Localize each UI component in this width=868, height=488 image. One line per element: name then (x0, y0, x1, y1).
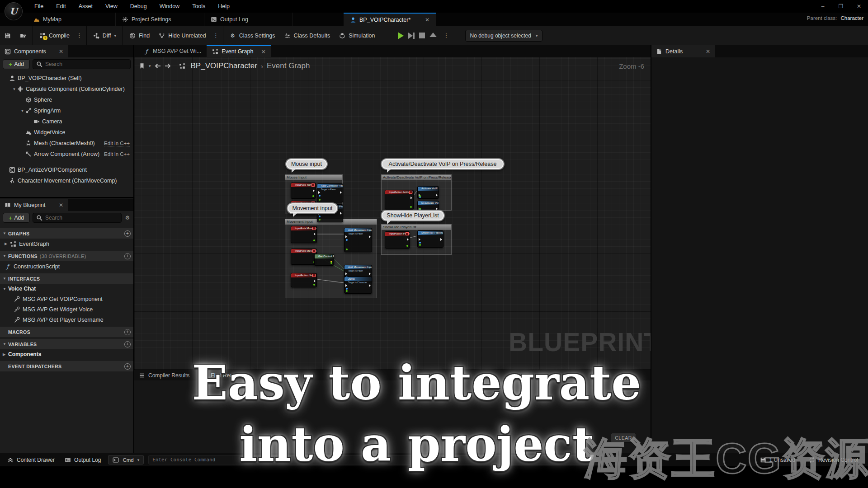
blueprint-item-msg-avp-get-player-username[interactable]: MSG AVP Get Player Username (0, 314, 133, 325)
subsection-voice-chat[interactable]: ▼Voice Chat (0, 284, 133, 294)
asset-tab-output-log[interactable]: Output Log (204, 13, 293, 26)
menu-asset[interactable]: Asset (72, 0, 99, 13)
exec-pin[interactable] (340, 212, 342, 215)
data-pin[interactable] (319, 216, 321, 217)
expander-icon[interactable]: ▼ (3, 277, 8, 281)
component-row-widgetvoice[interactable]: WidgetVoice (0, 127, 133, 138)
data-pin[interactable] (330, 262, 332, 264)
exec-pin[interactable] (369, 272, 371, 275)
blueprint-item-constructionscript[interactable]: ƒConstructionScript (0, 261, 133, 272)
edit-in-cpp-link[interactable]: Edit in C++ (104, 141, 130, 146)
node-inputaxis-turn[interactable]: InputAxis Turn (291, 183, 316, 199)
component-row-camera[interactable]: Camera (0, 116, 133, 127)
node-showhide-playerlist[interactable]: ShowHide PlayerList (417, 230, 443, 248)
blueprint-item-msg-avp-get-voipcomponent[interactable]: MSG AVP Get VOIPComponent (0, 294, 133, 304)
console-command-input[interactable] (148, 455, 618, 465)
component-row-sphere[interactable]: Sphere (0, 94, 133, 105)
menu-help[interactable]: Help (212, 0, 236, 13)
expander-icon[interactable]: ▼ (3, 254, 8, 258)
stop-icon[interactable] (419, 33, 425, 38)
blueprint-item-eventgraph[interactable]: ▶EventGraph (0, 239, 133, 249)
eject-icon[interactable] (429, 33, 437, 37)
unsaved-indicator[interactable]: 1 Unsaved (757, 453, 798, 467)
bottom-tab-find-results[interactable]: Find Results (201, 372, 241, 379)
menu-tools[interactable]: Tools (186, 0, 212, 13)
component-row-bp-antizevoipcomponent[interactable]: BP_AntizeVOIPComponent (0, 164, 133, 175)
expander-icon[interactable]: ▼ (3, 342, 8, 346)
expander-icon[interactable]: ▶ (3, 352, 8, 357)
close-icon[interactable]: ✕ (425, 17, 429, 23)
exec-pin[interactable] (314, 280, 316, 282)
data-pin[interactable] (419, 242, 421, 244)
restore-icon[interactable]: ❐ (832, 0, 850, 13)
data-pin[interactable] (313, 239, 315, 241)
menu-debug[interactable]: Debug (124, 0, 153, 13)
minimize-icon[interactable]: – (814, 0, 832, 13)
exec-pin[interactable] (407, 238, 409, 241)
compile-options-icon[interactable]: ⋮ (74, 32, 85, 39)
data-pin[interactable] (319, 195, 321, 197)
edit-in-cpp-link[interactable]: Edit in C++ (104, 151, 130, 157)
parent-class-link[interactable]: Character (841, 15, 864, 21)
data-pin[interactable] (346, 290, 348, 292)
add-blueprint-item-button[interactable]: + Add (3, 213, 30, 223)
node-inputaxis-moveforward[interactable]: InputAxis MoveForward (291, 226, 317, 243)
component-row-arrow-component-arrow[interactable]: Arrow Component (Arrow)Edit in C++ (0, 149, 133, 160)
comment-bubble-activate-deactivate-voip-on-press-release[interactable]: Activate/Deactivate VoIP on Press/Releas… (381, 158, 505, 170)
graph-tab-msg-avp-get-wi[interactable]: ƒMSG AVP Get Wi... (138, 45, 207, 57)
exec-pin[interactable] (440, 238, 442, 241)
node-inputaction-activatevoip[interactable]: InputAction ActivateVoIP (385, 190, 414, 210)
add-icon[interactable]: + (124, 253, 131, 259)
hide-unrelated-options-icon[interactable]: ⋮ (211, 32, 221, 39)
data-pin[interactable] (406, 245, 408, 247)
exec-pin[interactable] (369, 284, 371, 287)
exec-pin[interactable] (314, 233, 316, 235)
menu-edit[interactable]: Edit (50, 0, 72, 13)
expander-icon[interactable]: ▼ (3, 287, 8, 291)
bookmark-icon[interactable] (139, 63, 145, 69)
menu-file[interactable]: File (28, 0, 50, 13)
close-icon[interactable]: ✕ (261, 48, 265, 55)
unreal-engine-logo[interactable]: U (5, 2, 23, 20)
data-pin[interactable] (313, 284, 315, 286)
exec-pin[interactable] (436, 194, 438, 197)
chevron-down-icon[interactable]: ▾ (149, 64, 151, 68)
comment-bubble-movement-input[interactable]: Movement input (287, 202, 338, 214)
exec-pin[interactable] (345, 235, 347, 238)
exec-pin[interactable] (345, 284, 347, 287)
tab-my-blueprint[interactable]: My Blueprint ✕ (0, 199, 68, 211)
exec-pin[interactable] (313, 189, 315, 192)
data-pin[interactable] (312, 195, 314, 197)
close-icon[interactable]: ✕ (53, 48, 63, 55)
play-icon[interactable] (398, 32, 404, 39)
close-icon[interactable]: ✕ (850, 0, 868, 13)
menu-view[interactable]: View (99, 0, 124, 13)
close-icon[interactable]: ✕ (53, 202, 63, 208)
class-settings-button[interactable]: ⚙ Class Settings (225, 26, 280, 45)
node-inputaction-playerlist[interactable]: InputAction PlayerList (385, 231, 410, 249)
clear-button[interactable]: CLEAR (611, 433, 636, 443)
component-row-springarm[interactable]: ▼SpringArm (0, 105, 133, 116)
comment-bubble-showhide-playerlist[interactable]: ShowHide PlayerList (381, 210, 445, 221)
section-header-event-dispatchers[interactable]: EVENT DISPATCHERS+ (0, 361, 133, 371)
section-header-variables[interactable]: ▼VARIABLES+ (0, 339, 133, 349)
compile-button[interactable]: ? Compile (35, 26, 74, 45)
components-search[interactable] (33, 59, 131, 69)
graph-tab-event-graph[interactable]: Event Graph✕ (207, 45, 271, 57)
tab-components[interactable]: Components ✕ (0, 45, 68, 57)
revision-control-button[interactable]: Revision Control (806, 453, 861, 467)
comment-bubble-mouse-input[interactable]: Mouse input (285, 158, 328, 170)
expander-icon[interactable]: ▼ (20, 109, 25, 113)
play-options-icon[interactable]: ⋮ (441, 32, 452, 39)
asset-tab-mymap[interactable]: MyMap (27, 13, 116, 26)
data-pin[interactable] (346, 249, 348, 250)
exec-pin[interactable] (345, 272, 347, 275)
close-icon[interactable]: ✕ (700, 48, 710, 55)
exec-pin[interactable] (410, 197, 412, 199)
data-pin[interactable] (346, 288, 348, 290)
components-search-input[interactable] (45, 61, 127, 67)
expander-icon[interactable]: ▼ (12, 87, 17, 91)
exec-pin[interactable] (369, 235, 371, 238)
exec-pin[interactable] (340, 191, 342, 194)
blueprint-settings-gear-icon[interactable]: ⚙ (124, 215, 131, 221)
